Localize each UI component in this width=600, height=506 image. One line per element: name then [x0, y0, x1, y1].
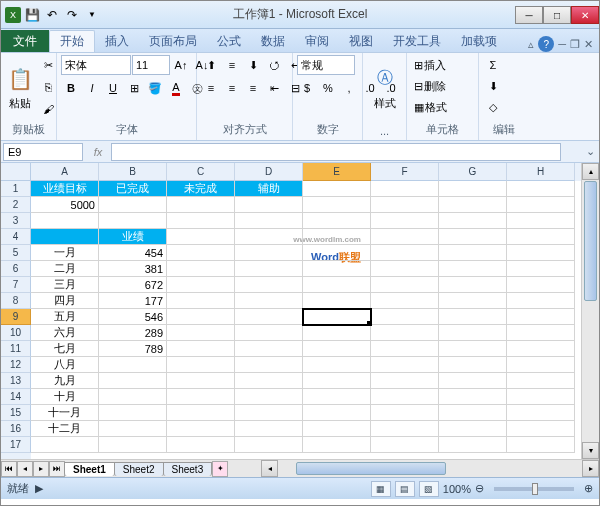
cell[interactable]	[439, 245, 507, 261]
cell[interactable]	[235, 245, 303, 261]
cell[interactable]	[99, 405, 167, 421]
cell[interactable]	[303, 293, 371, 309]
cell[interactable]	[371, 213, 439, 229]
zoom-level[interactable]: 100%	[443, 483, 471, 495]
cell[interactable]	[99, 213, 167, 229]
undo-icon[interactable]: ↶	[43, 6, 61, 24]
maximize-button[interactable]: □	[543, 6, 571, 24]
cell[interactable]: 四月	[31, 293, 99, 309]
align-top-icon[interactable]: ⬆	[201, 55, 221, 75]
cell[interactable]	[439, 293, 507, 309]
cut-icon[interactable]: ✂	[38, 55, 58, 75]
underline-button[interactable]: U	[103, 78, 123, 98]
cell[interactable]	[507, 373, 575, 389]
comma-icon[interactable]: ,	[339, 78, 359, 98]
cell[interactable]: 289	[99, 325, 167, 341]
tab-插入[interactable]: 插入	[95, 30, 139, 52]
cell[interactable]	[167, 437, 235, 453]
cell[interactable]: 546	[99, 309, 167, 325]
cell[interactable]: 十二月	[31, 421, 99, 437]
cell[interactable]	[235, 389, 303, 405]
cell[interactable]	[99, 389, 167, 405]
sheet-tab-Sheet1[interactable]: Sheet1	[64, 462, 115, 476]
cell[interactable]	[303, 229, 371, 245]
name-box[interactable]: E9	[3, 143, 83, 161]
cell[interactable]: 业绩	[99, 229, 167, 245]
indent-dec-icon[interactable]: ⇤	[264, 78, 284, 98]
cell[interactable]	[235, 437, 303, 453]
cell[interactable]	[507, 421, 575, 437]
minimize-button[interactable]: ─	[515, 6, 543, 24]
font-size-select[interactable]: 11	[132, 55, 170, 75]
cell[interactable]	[507, 293, 575, 309]
cell[interactable]: 381	[99, 261, 167, 277]
cell[interactable]	[507, 405, 575, 421]
cell[interactable]	[439, 229, 507, 245]
cell[interactable]	[167, 341, 235, 357]
cell[interactable]	[303, 357, 371, 373]
cell[interactable]	[167, 213, 235, 229]
align-bottom-icon[interactable]: ⬇	[243, 55, 263, 75]
cell[interactable]	[371, 229, 439, 245]
cell[interactable]	[371, 341, 439, 357]
cell[interactable]	[507, 229, 575, 245]
cell[interactable]: 辅助	[235, 181, 303, 197]
cell[interactable]	[507, 389, 575, 405]
cell[interactable]	[439, 373, 507, 389]
cell[interactable]	[371, 293, 439, 309]
col-header-E[interactable]: E	[303, 163, 371, 181]
cell[interactable]	[167, 325, 235, 341]
cell[interactable]	[99, 437, 167, 453]
autosum-icon[interactable]: Σ	[483, 55, 503, 75]
cell[interactable]	[507, 437, 575, 453]
cell[interactable]: 十月	[31, 389, 99, 405]
cell[interactable]	[303, 325, 371, 341]
cell[interactable]	[371, 325, 439, 341]
format-cells-button[interactable]: ▦格式	[411, 97, 477, 117]
align-center-icon[interactable]: ≡	[222, 78, 242, 98]
bold-button[interactable]: B	[61, 78, 81, 98]
close-button[interactable]: ✕	[571, 6, 599, 24]
cell[interactable]	[99, 373, 167, 389]
tab-数据[interactable]: 数据	[251, 30, 295, 52]
cell[interactable]: 177	[99, 293, 167, 309]
cell[interactable]	[371, 261, 439, 277]
cell[interactable]: 已完成	[99, 181, 167, 197]
cell[interactable]	[235, 325, 303, 341]
cell[interactable]	[167, 309, 235, 325]
cell[interactable]	[167, 373, 235, 389]
font-name-select[interactable]: 宋体	[61, 55, 131, 75]
cell[interactable]: 789	[99, 341, 167, 357]
doc-close-icon[interactable]: ✕	[584, 38, 593, 51]
col-header-C[interactable]: C	[167, 163, 235, 181]
cell[interactable]: 六月	[31, 325, 99, 341]
row-header-1[interactable]: 1	[1, 181, 31, 197]
cell[interactable]	[31, 437, 99, 453]
delete-cells-button[interactable]: ⊟删除	[411, 76, 477, 96]
zoom-in-icon[interactable]: ⊕	[584, 482, 593, 495]
redo-icon[interactable]: ↷	[63, 6, 81, 24]
tab-页面布局[interactable]: 页面布局	[139, 30, 207, 52]
cell[interactable]	[371, 309, 439, 325]
cell[interactable]	[371, 373, 439, 389]
cell[interactable]	[235, 341, 303, 357]
file-tab[interactable]: 文件	[1, 30, 49, 52]
row-header-6[interactable]: 6	[1, 261, 31, 277]
cell[interactable]	[99, 357, 167, 373]
cell[interactable]	[303, 437, 371, 453]
cell[interactable]	[371, 277, 439, 293]
cell[interactable]	[303, 277, 371, 293]
row-header-4[interactable]: 4	[1, 229, 31, 245]
cell[interactable]	[303, 261, 371, 277]
qat-dropdown-icon[interactable]: ▼	[83, 6, 101, 24]
tab-审阅[interactable]: 审阅	[295, 30, 339, 52]
cell[interactable]	[303, 421, 371, 437]
macro-icon[interactable]: ▶	[35, 482, 43, 495]
cell[interactable]	[507, 181, 575, 197]
cell[interactable]	[439, 309, 507, 325]
row-header-17[interactable]: 17	[1, 437, 31, 453]
tab-公式[interactable]: 公式	[207, 30, 251, 52]
tab-开发工具[interactable]: 开发工具	[383, 30, 451, 52]
sheet-nav-next-icon[interactable]: ▸	[33, 461, 49, 477]
row-header-12[interactable]: 12	[1, 357, 31, 373]
